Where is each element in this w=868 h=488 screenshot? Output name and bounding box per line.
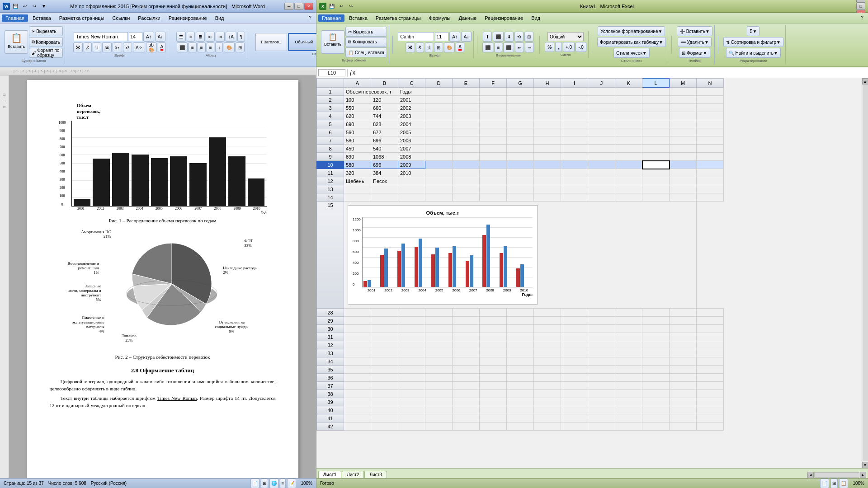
excel-dec-dec-btn[interactable]: -.0	[576, 42, 586, 52]
row-header-6[interactable]: 6	[317, 128, 344, 136]
excel-font-grow[interactable]: A↑	[449, 32, 460, 42]
word-maximize-btn[interactable]: □	[294, 3, 303, 10]
cell-a12[interactable]: Щебень	[344, 177, 371, 185]
excel-menu-insert[interactable]: Вставка	[345, 14, 371, 22]
word-close-btn[interactable]: ✕	[304, 3, 313, 10]
col-header-a[interactable]: A	[344, 79, 371, 88]
underline-btn[interactable]: Ч	[93, 42, 101, 52]
word-menu-review[interactable]: Рецензирование	[165, 14, 211, 22]
cell-c11[interactable]: 2010	[398, 169, 425, 177]
cell-m1[interactable]	[670, 88, 697, 96]
align-right-btn[interactable]: ≡	[198, 42, 206, 52]
row-header-37[interactable]: 37	[317, 382, 344, 390]
cell-a1[interactable]: Объем перевозок, т	[344, 88, 398, 96]
cell-a5[interactable]: 690	[344, 120, 371, 128]
excel-sort-filter-btn[interactable]: ⇅ Сортировка и фильтр▼	[723, 37, 783, 47]
row-header-39[interactable]: 39	[317, 398, 344, 406]
cell-h1[interactable]	[534, 88, 561, 96]
excel-fill-btn[interactable]: 🎨	[444, 42, 455, 52]
cell-a9[interactable]: 890	[344, 153, 371, 161]
align-center-btn[interactable]: ≡	[189, 42, 197, 52]
font-color-btn[interactable]: A	[158, 42, 166, 52]
excel-delete-btn[interactable]: ➖ Удалить▼	[678, 37, 712, 47]
excel-inc-dec-btn[interactable]: +.0	[563, 42, 575, 52]
row-header-11[interactable]: 11	[317, 169, 344, 177]
excel-vscrollbar[interactable]: ▲ ▼	[862, 78, 868, 468]
word-view-draft[interactable]: 📝	[287, 479, 296, 488]
formula-input-field[interactable]	[357, 70, 866, 76]
excel-align-mid[interactable]: ⬛	[493, 32, 504, 42]
excel-color-btn[interactable]: A	[456, 42, 464, 52]
row-header-38[interactable]: 38	[317, 390, 344, 398]
cell-c8[interactable]: 2007	[398, 145, 425, 153]
cell-b9[interactable]: 1068	[371, 153, 398, 161]
word-view-web[interactable]: 🌐	[269, 479, 278, 488]
word-menu-mail[interactable]: Рассылки	[134, 14, 164, 22]
excel-save-qa[interactable]: 💾	[328, 2, 336, 10]
excel-decrease-ind[interactable]: ⇤	[515, 42, 524, 52]
excel-cond-format-btn[interactable]: Условное форматирование▼	[598, 26, 665, 36]
col-header-l[interactable]: L	[642, 79, 670, 88]
excel-help-btn[interactable]: ?	[858, 14, 866, 22]
col-header-k[interactable]: K	[615, 79, 642, 88]
excel-format-btn[interactable]: ⊞ Формат▼	[679, 48, 710, 58]
cell-g1[interactable]	[507, 88, 534, 96]
justify-btn[interactable]: ≡	[207, 42, 215, 52]
cell-c6[interactable]: 2005	[398, 128, 425, 136]
sheet-tab-1[interactable]: Лист1	[318, 471, 341, 478]
row-header-33[interactable]: 33	[317, 349, 344, 357]
cell-f1[interactable]	[480, 88, 507, 96]
excel-view-normal[interactable]: 📄	[820, 479, 829, 488]
cell-b8[interactable]: 540	[371, 145, 398, 153]
row-header-8[interactable]: 8	[317, 145, 344, 153]
word-menu-view[interactable]: Вид	[212, 14, 228, 22]
row-header-29[interactable]: 29	[317, 317, 344, 325]
col-header-f[interactable]: F	[480, 79, 507, 88]
cell-b5[interactable]: 828	[371, 120, 398, 128]
excel-align-left[interactable]: ⬛	[482, 42, 493, 52]
excel-menu-data[interactable]: Данные	[455, 14, 480, 22]
cell-c9[interactable]: 2008	[398, 153, 425, 161]
cell-b4[interactable]: 744	[371, 112, 398, 120]
excel-cut-btn[interactable]: ✂ Вырезать	[345, 27, 387, 37]
cell-a7[interactable]: 580	[344, 136, 371, 145]
row-header-10[interactable]: 10	[317, 161, 344, 169]
excel-wrap-btn[interactable]: ⟲	[514, 32, 524, 42]
col-header-h[interactable]: H	[534, 79, 561, 88]
excel-underline-btn[interactable]: Ч	[425, 42, 434, 52]
font-grow-btn[interactable]: A↑	[143, 32, 154, 42]
excel-menu-review[interactable]: Рецензирование	[481, 14, 527, 22]
col-header-m[interactable]: M	[670, 79, 697, 88]
cell-reference-box[interactable]	[318, 69, 345, 76]
excel-merge-btn[interactable]: ⊞	[524, 32, 533, 42]
row-header-35[interactable]: 35	[317, 366, 344, 374]
cell-c10[interactable]: 2009	[398, 161, 425, 169]
excel-paste-special-btn[interactable]: 📋 Спец. вставка	[345, 47, 387, 57]
cell-c3[interactable]: 2002	[398, 104, 425, 112]
col-header-d[interactable]: D	[425, 79, 453, 88]
row-header-2[interactable]: 2	[317, 96, 344, 104]
sort-btn[interactable]: ↕A	[226, 32, 236, 42]
word-menu-insert[interactable]: Вставка	[29, 14, 55, 22]
row-header-4[interactable]: 4	[317, 112, 344, 120]
row-header-34[interactable]: 34	[317, 357, 344, 366]
cell-c1[interactable]: Годы	[398, 88, 425, 96]
border-btn[interactable]: ⊞	[236, 42, 245, 52]
cell-b7[interactable]: 696	[371, 136, 398, 145]
excel-view-layout[interactable]: ⊞	[830, 479, 838, 488]
excel-find-btn[interactable]: 🔍 Найти и выделить▼	[726, 48, 781, 58]
font-selector[interactable]	[74, 32, 128, 41]
cell-b3[interactable]: 660	[371, 104, 398, 112]
word-page-area[interactable]: Объемперевозок,тыс.т 0 100 200 300 400 5…	[9, 75, 316, 478]
font-size-selector[interactable]	[129, 32, 142, 41]
show-hide-btn[interactable]: ¶	[237, 32, 245, 42]
hscroll-right-btn[interactable]: ►	[860, 472, 866, 478]
cell-a8[interactable]: 450	[344, 145, 371, 153]
excel-increase-ind[interactable]: ⇥	[525, 42, 534, 52]
word-view-outline[interactable]: ≡	[280, 479, 286, 488]
cell-c2[interactable]: 2001	[398, 96, 425, 104]
cell-b10[interactable]: 696	[371, 161, 398, 169]
excel-undo-qa[interactable]: ↩	[337, 2, 345, 10]
cell-b11[interactable]: 384	[371, 169, 398, 177]
excel-menu-view[interactable]: Вид	[528, 14, 544, 22]
